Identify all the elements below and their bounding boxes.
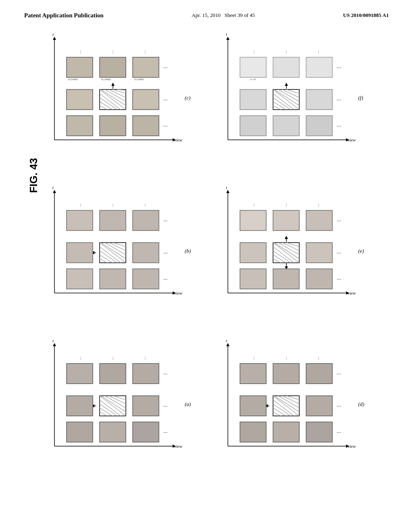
svg-text:01234682: 01234682: [101, 78, 111, 81]
svg-rect-175: [133, 422, 159, 442]
diagram-a: t view : : : ...: [32, 333, 206, 486]
svg-text:...: ...: [337, 249, 341, 255]
svg-text:t: t: [226, 32, 227, 37]
diagram-b: t view : : : ...: [32, 180, 206, 333]
diagram-e: t view : : : ...: [206, 180, 379, 333]
svg-rect-205: [306, 396, 332, 416]
svg-text:...: ...: [337, 428, 341, 434]
svg-text:...: ...: [163, 63, 168, 69]
svg-text::: :: [144, 355, 146, 361]
svg-text:(d): (d): [358, 401, 364, 407]
svg-rect-125: [240, 243, 266, 263]
diagram-e-svg: t view : : : ...: [218, 184, 371, 321]
diagram-f: t view : : : ... e1-r4f: [206, 27, 379, 180]
svg-rect-55: [240, 89, 266, 110]
svg-text:e1-r4f: e1-r4f: [250, 78, 256, 81]
svg-marker-75: [53, 190, 56, 193]
svg-rect-9: [67, 57, 93, 77]
svg-rect-69: [240, 116, 266, 136]
svg-text:view: view: [174, 444, 183, 449]
svg-rect-85: [133, 210, 159, 231]
svg-text:(f): (f): [358, 95, 363, 101]
diagram-a-svg: t view : : : ...: [44, 337, 198, 474]
svg-text:...: ...: [337, 63, 341, 69]
diagram-c: t view : : : 01234681 01234682 01234683 …: [32, 27, 206, 180]
svg-text:view: view: [174, 291, 183, 295]
svg-text::: :: [253, 355, 254, 361]
svg-text:...: ...: [337, 402, 341, 408]
page-header: Patent Application Publication Apr. 15, …: [0, 0, 413, 23]
svg-rect-174: [100, 422, 126, 442]
svg-rect-207: [240, 422, 266, 442]
svg-rect-137: [306, 243, 332, 263]
svg-rect-104: [100, 269, 126, 289]
svg-text:view: view: [174, 137, 183, 142]
svg-text::: :: [80, 202, 81, 208]
svg-text:...: ...: [337, 370, 341, 376]
svg-text::: :: [112, 355, 113, 361]
diagram-d: t view : : : ...: [206, 333, 379, 486]
svg-rect-155: [133, 364, 159, 384]
svg-marker-179: [226, 343, 229, 346]
svg-text:...: ...: [337, 275, 341, 281]
svg-rect-13: [133, 57, 159, 77]
svg-rect-173: [67, 422, 93, 442]
svg-text:...: ...: [337, 122, 341, 128]
svg-marker-54: [285, 83, 288, 86]
svg-rect-189: [306, 364, 332, 384]
svg-rect-139: [240, 269, 266, 289]
svg-rect-89: [67, 243, 93, 263]
svg-text:(e): (e): [358, 248, 364, 254]
svg-marker-109: [226, 190, 229, 193]
svg-rect-18: [67, 89, 93, 110]
svg-text:t: t: [226, 185, 227, 190]
svg-text:...: ...: [163, 96, 168, 102]
svg-text::: :: [80, 49, 81, 54]
svg-rect-140: [273, 269, 299, 289]
svg-rect-84: [100, 210, 126, 231]
svg-rect-117: [240, 210, 266, 231]
svg-rect-70: [273, 116, 299, 136]
svg-text:t: t: [52, 338, 54, 343]
svg-text::: :: [286, 49, 287, 54]
svg-rect-188: [273, 364, 299, 384]
svg-rect-36: [133, 116, 159, 136]
svg-text::: :: [80, 355, 81, 361]
svg-text:01234681: 01234681: [68, 78, 78, 81]
svg-rect-50: [306, 57, 332, 77]
svg-rect-159: [67, 396, 93, 416]
svg-rect-154: [100, 364, 126, 384]
svg-rect-171: [133, 396, 159, 416]
svg-rect-118: [273, 210, 299, 231]
svg-text::: :: [144, 202, 146, 208]
svg-text::: :: [286, 355, 287, 361]
svg-text:...: ...: [163, 428, 168, 434]
svg-rect-101: [133, 243, 159, 263]
publication-title: Patent Application Publication: [24, 12, 104, 19]
svg-text::: :: [144, 49, 146, 54]
publication-number: US 2010/0091885 A1: [343, 12, 389, 19]
svg-line-25: [100, 110, 111, 114]
svg-rect-208: [273, 422, 299, 442]
svg-rect-119: [306, 210, 332, 231]
svg-text:t: t: [52, 32, 54, 37]
svg-marker-17: [111, 83, 115, 86]
diagram-b-svg: t view : : : ...: [44, 184, 198, 321]
svg-text::: :: [318, 49, 319, 54]
svg-rect-71: [306, 116, 332, 136]
svg-text:...: ...: [163, 370, 168, 376]
diagrams-container: t view : : : 01234681 01234682 01234683 …: [32, 27, 379, 486]
svg-rect-83: [67, 210, 93, 231]
svg-text::: :: [253, 49, 254, 54]
svg-text::: :: [112, 49, 113, 54]
svg-text:...: ...: [163, 216, 168, 222]
svg-text::: :: [286, 202, 287, 208]
svg-text::: :: [112, 202, 113, 208]
svg-marker-40: [226, 37, 229, 40]
svg-marker-145: [53, 343, 56, 346]
diagram-c-svg: t view : : : 01234681 01234682 01234683 …: [44, 31, 198, 168]
svg-text:t: t: [226, 338, 227, 343]
svg-text:01234683: 01234683: [134, 78, 144, 81]
svg-text:...: ...: [163, 275, 168, 281]
svg-marker-1: [53, 37, 56, 40]
